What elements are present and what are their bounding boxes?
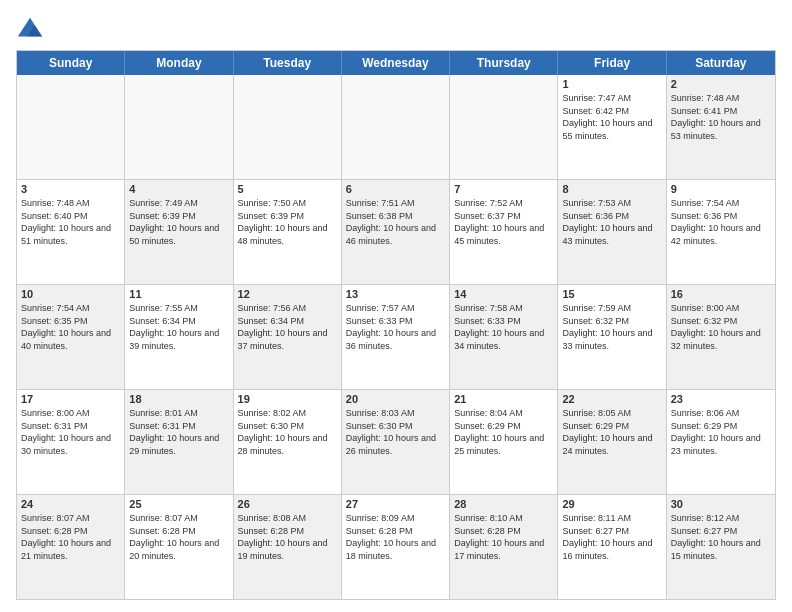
calendar-cell — [17, 75, 125, 179]
calendar-cell: 8Sunrise: 7:53 AMSunset: 6:36 PMDaylight… — [558, 180, 666, 284]
day-info: Sunrise: 7:47 AMSunset: 6:42 PMDaylight:… — [562, 92, 661, 142]
day-info: Sunrise: 8:03 AMSunset: 6:30 PMDaylight:… — [346, 407, 445, 457]
day-number: 6 — [346, 183, 445, 195]
day-number: 18 — [129, 393, 228, 405]
calendar-cell: 7Sunrise: 7:52 AMSunset: 6:37 PMDaylight… — [450, 180, 558, 284]
logo — [16, 16, 46, 44]
calendar-header-day: Tuesday — [234, 51, 342, 75]
day-info: Sunrise: 7:54 AMSunset: 6:36 PMDaylight:… — [671, 197, 771, 247]
day-number: 2 — [671, 78, 771, 90]
calendar-cell: 19Sunrise: 8:02 AMSunset: 6:30 PMDayligh… — [234, 390, 342, 494]
calendar-cell: 15Sunrise: 7:59 AMSunset: 6:32 PMDayligh… — [558, 285, 666, 389]
day-number: 22 — [562, 393, 661, 405]
calendar-cell — [450, 75, 558, 179]
day-info: Sunrise: 8:10 AMSunset: 6:28 PMDaylight:… — [454, 512, 553, 562]
day-number: 23 — [671, 393, 771, 405]
day-info: Sunrise: 8:11 AMSunset: 6:27 PMDaylight:… — [562, 512, 661, 562]
calendar-cell: 29Sunrise: 8:11 AMSunset: 6:27 PMDayligh… — [558, 495, 666, 599]
day-number: 28 — [454, 498, 553, 510]
day-info: Sunrise: 8:02 AMSunset: 6:30 PMDaylight:… — [238, 407, 337, 457]
day-info: Sunrise: 7:48 AMSunset: 6:40 PMDaylight:… — [21, 197, 120, 247]
calendar: SundayMondayTuesdayWednesdayThursdayFrid… — [16, 50, 776, 600]
calendar-header-day: Monday — [125, 51, 233, 75]
calendar-row: 24Sunrise: 8:07 AMSunset: 6:28 PMDayligh… — [17, 494, 775, 599]
calendar-cell: 10Sunrise: 7:54 AMSunset: 6:35 PMDayligh… — [17, 285, 125, 389]
day-info: Sunrise: 7:59 AMSunset: 6:32 PMDaylight:… — [562, 302, 661, 352]
day-number: 5 — [238, 183, 337, 195]
day-info: Sunrise: 8:09 AMSunset: 6:28 PMDaylight:… — [346, 512, 445, 562]
calendar-cell: 11Sunrise: 7:55 AMSunset: 6:34 PMDayligh… — [125, 285, 233, 389]
day-info: Sunrise: 7:50 AMSunset: 6:39 PMDaylight:… — [238, 197, 337, 247]
calendar-cell: 22Sunrise: 8:05 AMSunset: 6:29 PMDayligh… — [558, 390, 666, 494]
calendar-row: 3Sunrise: 7:48 AMSunset: 6:40 PMDaylight… — [17, 179, 775, 284]
day-number: 11 — [129, 288, 228, 300]
day-number: 26 — [238, 498, 337, 510]
day-info: Sunrise: 8:01 AMSunset: 6:31 PMDaylight:… — [129, 407, 228, 457]
calendar-cell: 5Sunrise: 7:50 AMSunset: 6:39 PMDaylight… — [234, 180, 342, 284]
calendar-cell: 27Sunrise: 8:09 AMSunset: 6:28 PMDayligh… — [342, 495, 450, 599]
calendar-header-day: Wednesday — [342, 51, 450, 75]
calendar-cell: 18Sunrise: 8:01 AMSunset: 6:31 PMDayligh… — [125, 390, 233, 494]
calendar-cell — [234, 75, 342, 179]
day-number: 8 — [562, 183, 661, 195]
calendar-cell: 17Sunrise: 8:00 AMSunset: 6:31 PMDayligh… — [17, 390, 125, 494]
day-info: Sunrise: 7:54 AMSunset: 6:35 PMDaylight:… — [21, 302, 120, 352]
calendar-cell: 13Sunrise: 7:57 AMSunset: 6:33 PMDayligh… — [342, 285, 450, 389]
day-number: 16 — [671, 288, 771, 300]
calendar-row: 1Sunrise: 7:47 AMSunset: 6:42 PMDaylight… — [17, 75, 775, 179]
day-info: Sunrise: 8:00 AMSunset: 6:31 PMDaylight:… — [21, 407, 120, 457]
calendar-cell: 26Sunrise: 8:08 AMSunset: 6:28 PMDayligh… — [234, 495, 342, 599]
day-info: Sunrise: 7:55 AMSunset: 6:34 PMDaylight:… — [129, 302, 228, 352]
calendar-cell: 16Sunrise: 8:00 AMSunset: 6:32 PMDayligh… — [667, 285, 775, 389]
header — [16, 12, 776, 44]
day-number: 29 — [562, 498, 661, 510]
day-number: 12 — [238, 288, 337, 300]
calendar-header-day: Friday — [558, 51, 666, 75]
day-number: 14 — [454, 288, 553, 300]
calendar-cell: 14Sunrise: 7:58 AMSunset: 6:33 PMDayligh… — [450, 285, 558, 389]
day-number: 13 — [346, 288, 445, 300]
calendar-cell: 30Sunrise: 8:12 AMSunset: 6:27 PMDayligh… — [667, 495, 775, 599]
calendar-row: 10Sunrise: 7:54 AMSunset: 6:35 PMDayligh… — [17, 284, 775, 389]
day-info: Sunrise: 7:58 AMSunset: 6:33 PMDaylight:… — [454, 302, 553, 352]
day-info: Sunrise: 8:12 AMSunset: 6:27 PMDaylight:… — [671, 512, 771, 562]
calendar-cell: 4Sunrise: 7:49 AMSunset: 6:39 PMDaylight… — [125, 180, 233, 284]
calendar-cell: 3Sunrise: 7:48 AMSunset: 6:40 PMDaylight… — [17, 180, 125, 284]
day-info: Sunrise: 8:08 AMSunset: 6:28 PMDaylight:… — [238, 512, 337, 562]
calendar-cell: 6Sunrise: 7:51 AMSunset: 6:38 PMDaylight… — [342, 180, 450, 284]
calendar-header: SundayMondayTuesdayWednesdayThursdayFrid… — [17, 51, 775, 75]
calendar-cell: 9Sunrise: 7:54 AMSunset: 6:36 PMDaylight… — [667, 180, 775, 284]
day-info: Sunrise: 8:07 AMSunset: 6:28 PMDaylight:… — [129, 512, 228, 562]
calendar-cell: 28Sunrise: 8:10 AMSunset: 6:28 PMDayligh… — [450, 495, 558, 599]
day-number: 1 — [562, 78, 661, 90]
day-number: 7 — [454, 183, 553, 195]
day-number: 21 — [454, 393, 553, 405]
calendar-cell: 24Sunrise: 8:07 AMSunset: 6:28 PMDayligh… — [17, 495, 125, 599]
calendar-cell: 25Sunrise: 8:07 AMSunset: 6:28 PMDayligh… — [125, 495, 233, 599]
calendar-header-day: Sunday — [17, 51, 125, 75]
day-number: 10 — [21, 288, 120, 300]
day-info: Sunrise: 7:48 AMSunset: 6:41 PMDaylight:… — [671, 92, 771, 142]
day-number: 17 — [21, 393, 120, 405]
day-info: Sunrise: 7:56 AMSunset: 6:34 PMDaylight:… — [238, 302, 337, 352]
day-number: 30 — [671, 498, 771, 510]
logo-icon — [16, 16, 44, 44]
calendar-cell: 1Sunrise: 7:47 AMSunset: 6:42 PMDaylight… — [558, 75, 666, 179]
calendar-header-day: Thursday — [450, 51, 558, 75]
day-number: 15 — [562, 288, 661, 300]
day-info: Sunrise: 7:49 AMSunset: 6:39 PMDaylight:… — [129, 197, 228, 247]
day-number: 19 — [238, 393, 337, 405]
calendar-row: 17Sunrise: 8:00 AMSunset: 6:31 PMDayligh… — [17, 389, 775, 494]
day-info: Sunrise: 8:07 AMSunset: 6:28 PMDaylight:… — [21, 512, 120, 562]
day-number: 27 — [346, 498, 445, 510]
day-info: Sunrise: 8:00 AMSunset: 6:32 PMDaylight:… — [671, 302, 771, 352]
day-info: Sunrise: 8:06 AMSunset: 6:29 PMDaylight:… — [671, 407, 771, 457]
day-number: 20 — [346, 393, 445, 405]
calendar-cell: 20Sunrise: 8:03 AMSunset: 6:30 PMDayligh… — [342, 390, 450, 494]
day-info: Sunrise: 7:52 AMSunset: 6:37 PMDaylight:… — [454, 197, 553, 247]
calendar-body: 1Sunrise: 7:47 AMSunset: 6:42 PMDaylight… — [17, 75, 775, 599]
calendar-cell: 2Sunrise: 7:48 AMSunset: 6:41 PMDaylight… — [667, 75, 775, 179]
day-info: Sunrise: 7:51 AMSunset: 6:38 PMDaylight:… — [346, 197, 445, 247]
day-number: 3 — [21, 183, 120, 195]
day-info: Sunrise: 7:57 AMSunset: 6:33 PMDaylight:… — [346, 302, 445, 352]
